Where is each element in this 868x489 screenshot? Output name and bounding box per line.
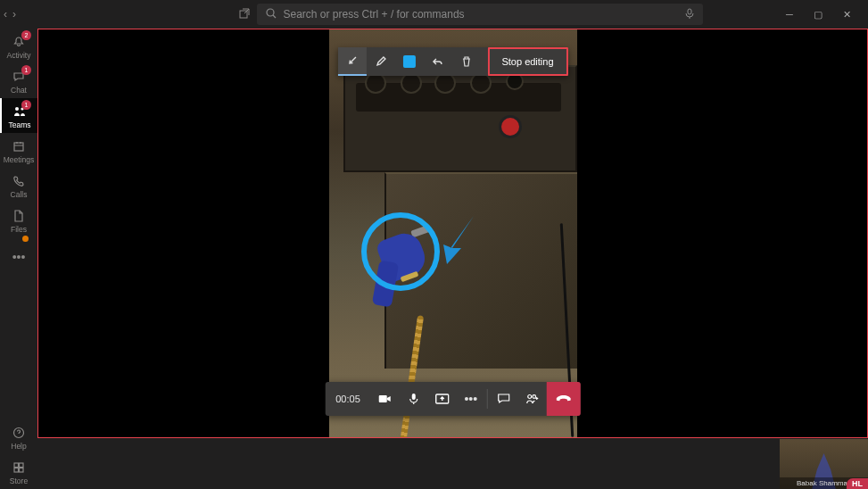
svg-point-1 — [267, 9, 274, 16]
store-icon — [11, 460, 27, 476]
phone-icon — [11, 173, 27, 189]
ink-annotation-circle — [361, 212, 440, 291]
rail-label: Meetings — [4, 155, 35, 164]
file-icon — [11, 208, 27, 224]
teams-badge: 1 — [21, 100, 31, 110]
machine-panel — [343, 65, 577, 172]
rail-item-activity[interactable]: 2 Activity — [0, 29, 37, 63]
rail-label: Calls — [11, 190, 28, 199]
rail-label: Activity — [7, 51, 31, 60]
help-icon — [11, 425, 27, 441]
more-badge — [22, 236, 29, 242]
svg-point-14 — [528, 395, 532, 399]
rail-item-teams[interactable]: 1 Teams — [0, 98, 37, 133]
search-icon — [266, 8, 277, 21]
title-bar: ‹ › Search or press Ctrl + / for command… — [0, 0, 868, 29]
rail-label: Teams — [8, 120, 30, 129]
search-box[interactable]: Search or press Ctrl + / for commands — [257, 4, 703, 25]
hang-up-button[interactable] — [547, 382, 581, 416]
hololens-badge: HL — [847, 478, 868, 489]
participants-button[interactable] — [518, 382, 547, 416]
stop-editing-label: Stop editing — [501, 56, 553, 67]
chat-toggle-button[interactable] — [490, 382, 518, 416]
rail-label: Store — [10, 477, 28, 485]
popout-icon[interactable] — [239, 8, 250, 21]
rail-label: Help — [11, 442, 26, 451]
rail-item-calls[interactable]: Calls — [0, 168, 37, 203]
color-picker-button[interactable] — [394, 47, 423, 76]
back-button[interactable]: ‹ — [4, 8, 7, 21]
forward-button[interactable]: › — [12, 8, 16, 21]
call-control-bar: 00:05 ••• — [325, 382, 581, 416]
stop-editing-button[interactable]: Stop editing — [487, 47, 567, 76]
more-actions-button[interactable]: ••• — [457, 382, 485, 416]
call-timer: 00:05 — [325, 394, 371, 404]
calendar-icon — [11, 138, 27, 154]
rail-item-meetings[interactable]: Meetings — [0, 133, 37, 168]
undo-button[interactable] — [423, 47, 451, 76]
svg-rect-9 — [14, 468, 19, 473]
minimize-button[interactable]: ─ — [775, 0, 804, 29]
mic-icon[interactable] — [685, 8, 694, 21]
rail-item-files[interactable]: Files — [0, 203, 37, 237]
arrow-tool-button[interactable] — [337, 47, 366, 76]
rail-item-more[interactable]: ••• — [0, 237, 37, 275]
maximize-button[interactable]: ▢ — [804, 0, 832, 29]
rail-item-help[interactable]: Help — [0, 419, 37, 454]
mic-toggle-button[interactable] — [400, 382, 428, 416]
svg-rect-7 — [14, 463, 19, 468]
svg-rect-5 — [14, 143, 23, 151]
chat-badge: 1 — [21, 65, 31, 75]
rail-label: Chat — [11, 86, 27, 95]
ink-annotation-arrow — [434, 212, 481, 266]
call-stage: Stop editing 00:05 ••• — [37, 29, 868, 438]
search-placeholder: Search or press Ctrl + / for commands — [284, 8, 465, 21]
rail-item-chat[interactable]: 1 Chat — [0, 63, 37, 98]
more-icon: ••• — [5, 243, 33, 271]
color-chip — [402, 55, 415, 68]
app-rail: 2 Activity 1 Chat 1 Teams Meetings — [0, 29, 37, 489]
svg-rect-10 — [20, 468, 24, 473]
svg-rect-11 — [379, 395, 387, 402]
rail-item-store[interactable]: Store — [0, 454, 37, 489]
delete-button[interactable] — [451, 47, 480, 76]
share-screen-button[interactable] — [428, 382, 457, 416]
rail-label: Files — [11, 225, 27, 234]
svg-rect-12 — [412, 394, 416, 400]
activity-badge: 2 — [21, 30, 31, 40]
camera-toggle-button[interactable] — [371, 382, 400, 416]
svg-point-3 — [15, 107, 19, 111]
close-button[interactable]: ✕ — [832, 0, 861, 29]
svg-rect-8 — [20, 463, 24, 468]
svg-point-15 — [533, 395, 536, 399]
svg-rect-2 — [688, 9, 691, 14]
divider — [487, 389, 488, 409]
pen-tool-button[interactable] — [366, 47, 394, 76]
remote-video — [329, 29, 577, 437]
ink-toolbar: Stop editing — [337, 47, 567, 76]
